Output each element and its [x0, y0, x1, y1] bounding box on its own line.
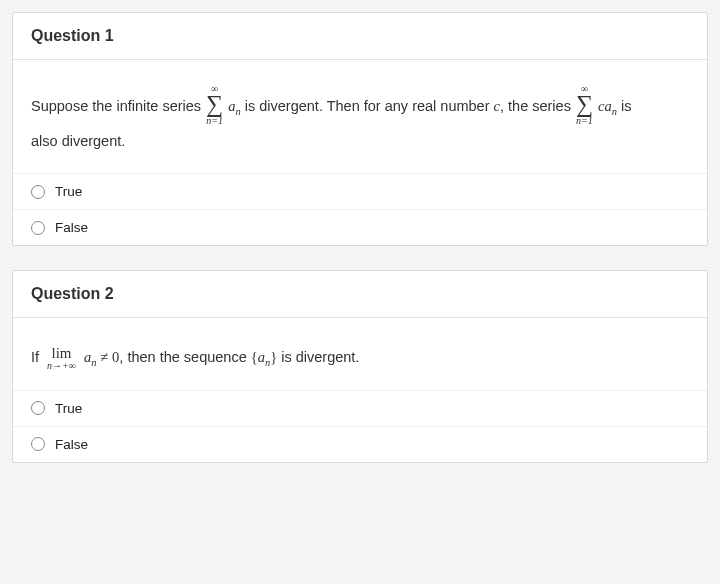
limit: lim n→+∞: [47, 346, 76, 371]
question-card-1: Question 1 Suppose the infinite series ∞…: [12, 12, 708, 246]
text: Suppose the infinite series: [31, 98, 201, 114]
question-statement: Suppose the infinite series ∞ ∑ n=1 an i…: [13, 60, 707, 173]
option-label: True: [55, 401, 82, 416]
option-true[interactable]: True: [13, 391, 707, 427]
text: is divergent.: [281, 349, 359, 365]
option-label: False: [55, 220, 88, 235]
sigma-icon: ∑: [576, 94, 593, 116]
question-title: Question 1: [13, 13, 707, 60]
lim-label: lim: [52, 346, 72, 361]
term-can: can: [598, 98, 617, 114]
text: , the series: [500, 98, 571, 114]
options: True False: [13, 390, 707, 462]
question-statement: If lim n→+∞ an ≠ 0, then the sequence {a…: [13, 318, 707, 390]
text: is: [621, 98, 631, 114]
brace-open: {: [251, 349, 258, 365]
summation-1: ∞ ∑ n=1: [206, 84, 223, 126]
text: also divergent.: [31, 133, 125, 149]
set-an: an: [258, 349, 270, 365]
question-title: Question 2: [13, 271, 707, 318]
term-an: an: [84, 349, 96, 365]
option-label: True: [55, 184, 82, 199]
term-an: an: [228, 98, 240, 114]
neq-zero: ≠ 0: [101, 349, 120, 365]
question-card-2: Question 2 If lim n→+∞ an ≠ 0, then the …: [12, 270, 708, 463]
radio-icon[interactable]: [31, 185, 45, 199]
text: is divergent. Then for any real number: [245, 98, 490, 114]
text: , then the sequence: [119, 349, 246, 365]
radio-icon[interactable]: [31, 221, 45, 235]
summation-2: ∞ ∑ n=1: [576, 84, 593, 126]
option-true[interactable]: True: [13, 174, 707, 210]
radio-icon[interactable]: [31, 437, 45, 451]
lim-sub: n→+∞: [47, 361, 76, 371]
sigma-icon: ∑: [206, 94, 223, 116]
radio-icon[interactable]: [31, 401, 45, 415]
option-false[interactable]: False: [13, 210, 707, 245]
sum-bot: n=1: [206, 116, 223, 126]
option-false[interactable]: False: [13, 427, 707, 462]
text: If: [31, 349, 39, 365]
sum-bot: n=1: [576, 116, 593, 126]
brace-close: }: [270, 349, 277, 365]
options: True False: [13, 173, 707, 245]
option-label: False: [55, 437, 88, 452]
